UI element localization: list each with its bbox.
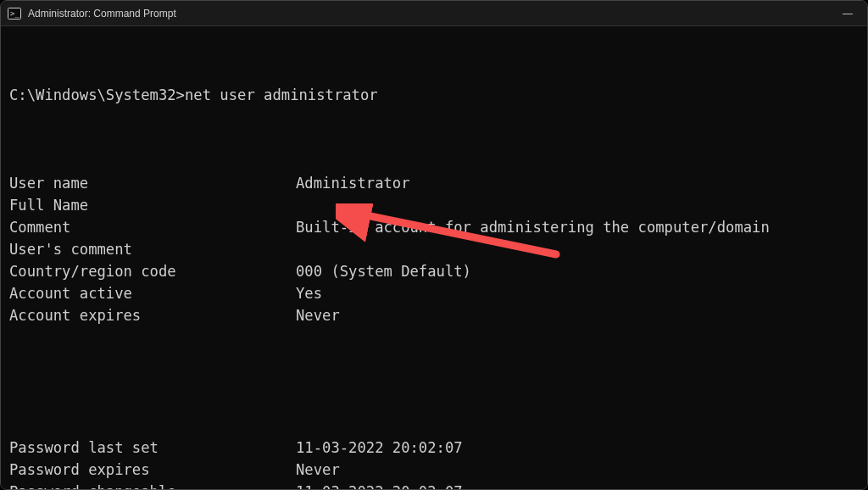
output-row: User's comment [9,238,867,260]
field-value: Never [296,304,340,326]
prompt-line: C:\Windows\System32>net user administrat… [9,84,867,106]
field-value: 11-03-2022 20:02:07 [296,437,463,459]
field-label: Full Name [9,194,296,216]
blank-line [9,370,867,393]
prompt-path: C:\Windows\System32> [9,86,185,103]
output-row: Password changeable11-03-2022 20:02:07 [9,481,867,490]
field-label: User's comment [9,238,296,260]
field-label: Country/region code [9,260,296,282]
field-label: Account active [9,282,296,304]
output-row: Password expiresNever [9,459,867,481]
field-label: Comment [9,216,296,238]
field-value: 11-03-2022 20:02:07 [296,481,463,490]
output-row: Account activeYes [9,282,867,304]
svg-text:>_: >_ [10,9,19,18]
field-label: Password last set [9,437,296,459]
field-value: Yes [296,282,322,304]
output-row: User nameAdministrator [9,172,867,194]
output-row: CommentBuilt-in account for administerin… [9,216,867,238]
output-row: Account expiresNever [9,304,867,326]
window-title: Administrator: Command Prompt [28,8,176,19]
field-label: Account expires [9,304,296,326]
terminal-area[interactable]: C:\Windows\System32>net user administrat… [1,26,867,489]
field-label: Password changeable [9,481,296,490]
output-row: Password last set11-03-2022 20:02:07 [9,437,867,459]
field-value: 000 (System Default) [296,260,471,282]
cmd-window: >_ Administrator: Command Prompt — C:\Wi… [0,0,868,490]
field-label: User name [9,172,296,194]
titlebar[interactable]: >_ Administrator: Command Prompt — [1,1,867,26]
field-value: Never [296,459,340,481]
output-row: Country/region code000 (System Default) [9,260,867,282]
prompt-command: net user administrator [185,86,378,103]
field-value: Built-in account for administering the c… [296,216,770,238]
output-row: Full Name [9,194,867,216]
minimize-button[interactable]: — [828,1,867,26]
field-label: Password expires [9,459,296,481]
cmd-icon: >_ [8,7,21,20]
field-value: Administrator [296,172,410,194]
